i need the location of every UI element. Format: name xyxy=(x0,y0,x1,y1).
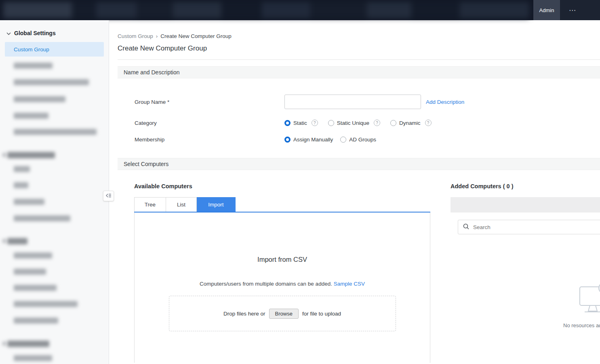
redacted-sidebar-item xyxy=(14,301,78,307)
redacted-sidebar-item xyxy=(14,129,97,135)
collapse-sidebar-icon xyxy=(106,192,112,200)
category-radio-static[interactable]: Static xyxy=(284,120,307,126)
topbar-redacted-nav xyxy=(3,2,529,18)
sidebar-collapse-button[interactable] xyxy=(103,191,114,201)
available-computers-title: Available Computers xyxy=(134,183,430,189)
radio-selected-icon xyxy=(284,137,291,143)
redacted-sidebar-item xyxy=(14,199,44,205)
file-dropzone[interactable]: Drop files here or Browse for file to up… xyxy=(169,296,396,331)
empty-state: No resources added xyxy=(451,281,600,334)
radio-unselected-icon xyxy=(390,120,396,126)
redacted-sidebar-item xyxy=(14,166,30,172)
redacted-chevron xyxy=(3,153,6,157)
redacted-sidebar-item xyxy=(14,113,48,119)
import-csv-heading: Import from CSV xyxy=(135,213,430,263)
chevron-down-icon xyxy=(6,30,11,36)
tab-list[interactable]: List xyxy=(166,197,197,212)
redacted-sidebar-section xyxy=(7,341,49,347)
search-input[interactable] xyxy=(473,224,600,230)
group-name-label: Group Name * xyxy=(135,99,284,105)
main-content: Custom Group › Create New Computer Group… xyxy=(109,20,600,364)
section-header-name-description: Name and Description xyxy=(118,66,600,78)
search-icon xyxy=(463,223,469,231)
more-options-button[interactable]: ⋯ xyxy=(560,0,600,20)
admin-menu-button[interactable]: Admin xyxy=(533,0,560,20)
tab-import[interactable]: Import xyxy=(197,197,236,212)
topbar: Admin ⋯ xyxy=(0,0,600,20)
no-resources-illustration-icon xyxy=(579,281,600,320)
browse-button[interactable]: Browse xyxy=(269,309,299,319)
title-divider xyxy=(118,59,600,60)
redacted-sidebar-item xyxy=(14,215,70,221)
no-resources-text: No resources added xyxy=(563,322,600,328)
breadcrumb-separator-icon: › xyxy=(156,33,158,39)
redacted-sidebar-item xyxy=(14,285,57,291)
available-computers-panel: Available Computers Tree List Import Imp… xyxy=(134,183,430,363)
category-label: Category xyxy=(135,120,284,126)
added-computers-title: Added Computers ( 0 ) xyxy=(451,183,600,189)
membership-label: Membership xyxy=(135,137,284,143)
sidebar-item-custom-group[interactable]: Custom Group xyxy=(5,42,104,57)
ellipsis-icon: ⋯ xyxy=(569,6,577,15)
redacted-chevron xyxy=(3,342,6,345)
drop-text-before: Drop files here or xyxy=(223,311,265,317)
sidebar-section-global-settings[interactable]: Global Settings xyxy=(0,20,109,42)
radio-unselected-icon xyxy=(340,137,346,143)
help-icon-static[interactable]: ? xyxy=(312,120,318,126)
membership-radio-assign-manually[interactable]: Assign Manually xyxy=(284,137,333,143)
redacted-sidebar-section xyxy=(7,238,27,244)
radio-unselected-icon xyxy=(328,120,334,126)
redacted-sidebar-item xyxy=(14,269,46,275)
name-description-form: Group Name * Add Description Category St… xyxy=(118,78,600,158)
breadcrumb-current: Create New Computer Group xyxy=(160,33,232,39)
import-tab-panel: Import from CSV Computers/users from mul… xyxy=(134,213,430,363)
sidebar: Global Settings Custom Group xyxy=(0,20,109,364)
page-title: Create New Computer Group xyxy=(118,44,600,53)
redacted-sidebar-item xyxy=(14,182,28,188)
sample-csv-link[interactable]: Sample CSV xyxy=(334,281,365,287)
section-header-select-computers: Select Computers xyxy=(118,158,600,170)
redacted-sidebar-item xyxy=(14,252,52,259)
added-computers-panel: Added Computers ( 0 ) xyxy=(451,183,600,363)
redacted-sidebar-section xyxy=(7,152,55,158)
help-icon-static-unique[interactable]: ? xyxy=(374,120,380,126)
select-computers-content: Available Computers Tree List Import Imp… xyxy=(118,170,600,363)
sidebar-section-label: Global Settings xyxy=(14,30,56,36)
redacted-sidebar-item xyxy=(14,318,58,324)
breadcrumb-custom-group[interactable]: Custom Group xyxy=(118,33,153,39)
redacted-sidebar-item xyxy=(14,355,52,361)
group-name-input[interactable] xyxy=(284,95,421,109)
radio-selected-icon xyxy=(284,120,291,126)
added-computers-toolbar xyxy=(451,197,600,213)
add-description-link[interactable]: Add Description xyxy=(426,99,464,105)
redacted-sidebar-item xyxy=(14,96,65,102)
redacted-sidebar-item xyxy=(14,79,89,85)
category-radio-static-unique[interactable]: Static Unique xyxy=(328,120,369,126)
available-computers-tabs: Tree List Import xyxy=(134,197,430,213)
help-icon-dynamic[interactable]: ? xyxy=(425,120,432,126)
import-csv-description: Computers/users from multiple domains ca… xyxy=(135,281,430,287)
membership-radio-ad-groups[interactable]: AD Groups xyxy=(340,137,376,143)
category-radio-dynamic[interactable]: Dynamic xyxy=(390,120,421,126)
tab-tree[interactable]: Tree xyxy=(134,197,166,212)
redacted-chevron xyxy=(3,239,6,243)
redacted-sidebar-item xyxy=(14,63,53,69)
added-computers-search[interactable] xyxy=(458,220,600,234)
drop-text-after: for file to upload xyxy=(302,311,341,317)
breadcrumb: Custom Group › Create New Computer Group xyxy=(118,20,600,39)
